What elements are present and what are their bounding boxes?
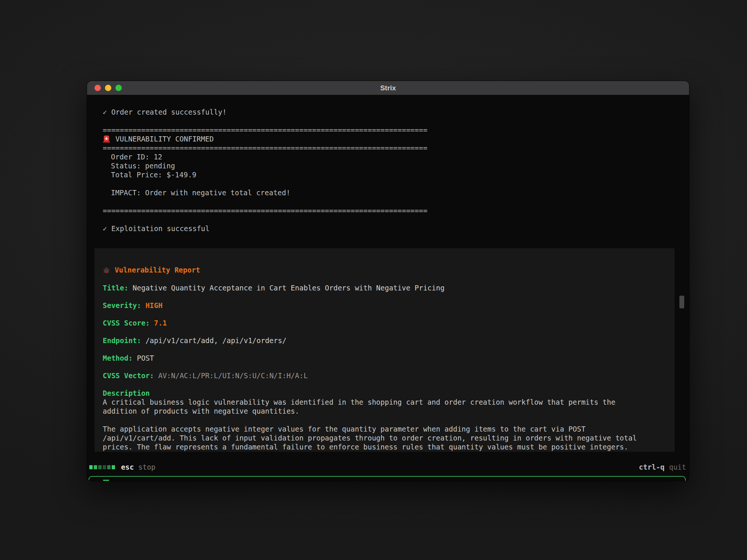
close-button[interactable] <box>94 85 101 91</box>
terminal-output: ✓ Order created successfully! ==========… <box>87 95 689 233</box>
banner-separator-mid: ========================================… <box>103 143 689 152</box>
vulnerability-report-panel: Vulnerability Report Title: Negative Qua… <box>94 248 675 452</box>
method-label: Method: <box>103 354 133 362</box>
quit-action-label: quit <box>669 463 686 471</box>
order-success-line: ✓ Order created successfully! <box>103 108 689 116</box>
severity-value: HIGH <box>141 301 162 309</box>
scrollbar-thumb[interactable] <box>679 296 684 308</box>
order-id-line: Order ID: 12 <box>103 152 689 161</box>
total-price-line: Total Price: $-149.9 <box>103 170 689 179</box>
title-value: Negative Quantity Acceptance in Cart Ena… <box>128 284 444 292</box>
impact-line: IMPACT: Order with negative total create… <box>103 188 689 197</box>
title-label: Title: <box>103 284 128 292</box>
description-heading: Description <box>103 389 666 398</box>
vulnerability-confirmed-row: VULNERABILITY CONFIRMED <box>103 134 689 143</box>
terminal-content[interactable]: ✓ Order created successfully! ==========… <box>87 95 689 481</box>
exploitation-success-line: ✓ Exploitation successful <box>103 224 689 233</box>
status-bar: esc stop ctrl-q quit <box>89 462 686 472</box>
activity-spinner <box>89 465 115 469</box>
traffic-lights <box>94 81 122 95</box>
cvss-vector-value: AV:N/AC:L/PR:L/UI:N/S:U/C:N/I:H/A:L <box>154 371 308 380</box>
report-method-field: Method: POST <box>103 354 666 363</box>
esc-key-hint[interactable]: esc <box>121 463 134 471</box>
window-titlebar[interactable]: Strix <box>87 81 689 95</box>
banner-separator-bottom: ========================================… <box>103 206 689 215</box>
report-title-field: Title: Negative Quantity Acceptance in C… <box>103 283 666 292</box>
report-endpoint-field: Endpoint: /api/v1/cart/add, /api/v1/orde… <box>103 336 666 345</box>
bug-icon <box>103 266 110 274</box>
order-status-line: Status: pending <box>103 161 689 170</box>
description-paragraph-1: A critical business logic vulnerability … <box>103 398 666 416</box>
banner-separator-top: ========================================… <box>103 125 689 134</box>
quit-key-hint[interactable]: ctrl-q <box>639 463 665 471</box>
cvss-score-value: 7.1 <box>150 319 167 327</box>
report-header-row: Vulnerability Report <box>103 265 666 274</box>
command-input[interactable]: > <box>89 476 686 481</box>
report-cvss-vector-field: CVSS Vector: AV:N/AC:L/PR:L/UI:N/S:U/C:N… <box>103 371 666 380</box>
cvss-score-label: CVSS Score: <box>103 319 150 327</box>
desktop-background: Strix ✓ Order created successfully! ====… <box>0 0 747 560</box>
zoom-button[interactable] <box>115 85 122 91</box>
endpoint-value: /api/v1/cart/add, /api/v1/orders/ <box>141 336 286 345</box>
description-paragraph-2: The application accepts negative integer… <box>103 424 666 451</box>
endpoint-label: Endpoint: <box>103 336 141 345</box>
report-header: Vulnerability Report <box>115 265 200 274</box>
prompt-symbol: > <box>96 480 100 481</box>
method-value: POST <box>133 354 154 362</box>
report-severity-field: Severity: HIGH <box>103 301 666 310</box>
quit-hint-group: ctrl-q quit <box>639 463 686 471</box>
terminal-window: Strix ✓ Order created successfully! ====… <box>87 81 689 481</box>
esc-action-label: stop <box>138 463 155 471</box>
siren-icon <box>103 135 110 143</box>
minimize-button[interactable] <box>105 85 111 91</box>
report-cvss-score-field: CVSS Score: 7.1 <box>103 318 666 327</box>
window-title: Strix <box>380 84 396 92</box>
severity-label: Severity: <box>103 301 141 309</box>
cvss-vector-label: CVSS Vector: <box>103 371 154 380</box>
text-cursor <box>103 480 109 481</box>
vulnerability-confirmed-heading: VULNERABILITY CONFIRMED <box>115 134 214 143</box>
